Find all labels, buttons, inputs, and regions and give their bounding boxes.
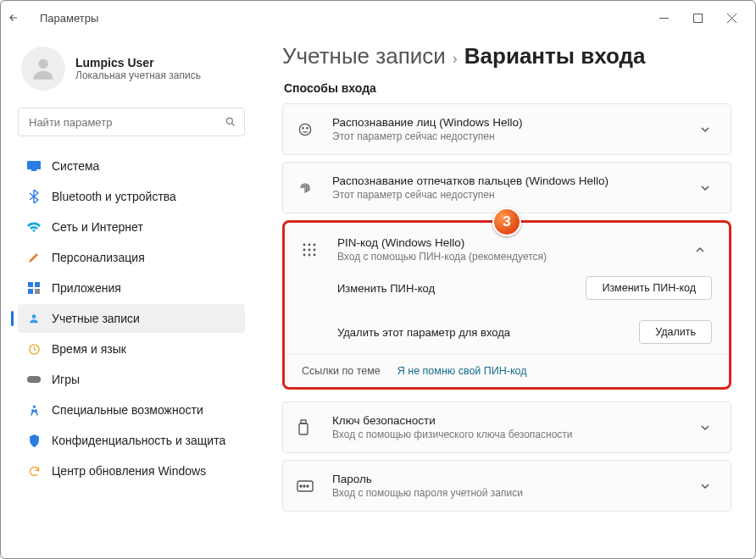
sidebar-item-accessibility[interactable]: Специальные возможности [18,396,245,424]
option-sub: Этот параметр сейчас недоступен [332,130,687,142]
svg-point-1 [38,59,47,69]
close-button[interactable] [714,4,748,31]
chevron-down-icon [700,481,717,491]
update-icon [26,463,42,479]
sidebar-item-gaming[interactable]: Игры [18,365,245,394]
svg-point-12 [32,405,35,407]
svg-rect-4 [31,169,36,171]
option-password[interactable]: Пароль Вход с помощью пароля учетной зап… [282,460,731,512]
sidebar-item-system[interactable]: Система [18,152,245,180]
svg-point-24 [314,253,316,256]
sidebar-item-label: Время и язык [52,342,126,356]
face-icon [297,121,319,138]
avatar [21,47,65,91]
password-icon [297,480,319,492]
pin-links-row: Ссылки по теме Я не помню свой ПИН-код [285,354,729,387]
sidebar-item-privacy[interactable]: Конфиденциальность и защита [18,426,245,455]
user-block[interactable]: Lumpics User Локальная учетная запись [18,42,245,108]
svg-point-17 [309,243,311,246]
svg-point-2 [226,118,232,124]
accessibility-icon [26,402,42,418]
system-icon [26,158,42,174]
svg-point-22 [303,253,306,256]
user-subtitle: Локальная учетная запись [75,69,201,81]
sidebar-item-network[interactable]: Сеть и Интернет [18,213,245,241]
svg-rect-0 [693,14,702,22]
fingerprint-icon [297,180,319,196]
section-heading: Способы входа [284,81,731,95]
sidebar-item-personalization[interactable]: Персонализация [18,243,245,272]
option-title: Ключ безопасности [332,414,687,427]
keypad-icon [302,242,324,257]
sidebar-item-label: Специальные возможности [52,403,203,417]
brush-icon [26,250,42,265]
apps-icon [26,280,42,296]
option-face[interactable]: Распознавание лиц (Windows Hello) Этот п… [282,103,731,155]
chevron-down-icon [700,125,717,135]
sidebar-item-label: Приложения [52,281,121,295]
option-sub: Вход с помощью ПИН-кода (рекомендуется) [337,251,681,263]
svg-point-23 [309,253,311,256]
sidebar-item-label: Сеть и Интернет [52,220,143,234]
bluetooth-icon [26,189,42,204]
sidebar-item-label: Игры [52,373,80,386]
minimize-button[interactable] [647,4,681,31]
breadcrumb-parent[interactable]: Учетные записи [282,43,446,69]
option-pin-highlight: 3 PIN-код (Windows Hello) Вход с помощью… [282,220,731,390]
sidebar-item-label: Учетные записи [52,312,140,325]
pin-remove-label: Удалить этот параметр для входа [337,326,625,339]
pin-remove-row: Удалить этот параметр для входа Удалить [285,310,729,354]
forgot-pin-link[interactable]: Я не помню свой ПИН-код [397,365,527,377]
sidebar-item-apps[interactable]: Приложения [18,274,245,302]
sidebar: Lumpics User Локальная учетная запись Си… [1,35,258,558]
option-title: Пароль [332,473,687,485]
back-button[interactable] [8,12,31,24]
svg-rect-3 [27,161,41,169]
chevron-right-icon: › [453,50,458,68]
pin-change-label: Изменить ПИН-код [337,282,572,295]
change-pin-button[interactable]: Изменить ПИН-код [586,276,712,300]
svg-point-15 [307,127,308,128]
search-wrap [18,108,245,136]
sidebar-item-label: Система [52,159,99,173]
wifi-icon [26,219,42,235]
svg-point-16 [303,243,306,246]
sidebar-item-label: Bluetooth и устройства [52,190,176,203]
gamepad-icon [26,372,42,387]
option-fingerprint[interactable]: Распознавание отпечатков пальцев (Window… [282,162,731,213]
option-title: Распознавание отпечатков пальцев (Window… [332,174,687,187]
chevron-down-icon [700,423,717,433]
shield-icon [26,433,42,448]
svg-point-19 [303,248,306,251]
sidebar-item-accounts[interactable]: Учетные записи [18,304,245,333]
breadcrumb: Учетные записи › Варианты входа [282,43,731,69]
sidebar-item-bluetooth[interactable]: Bluetooth и устройства [18,182,245,211]
nav-list: Система Bluetooth и устройства Сеть и Ин… [18,152,245,485]
svg-rect-26 [299,423,308,434]
chevron-up-icon [695,245,712,255]
maximize-button[interactable] [681,4,714,31]
titlebar: Параметры [1,1,755,35]
sidebar-item-label: Персонализация [52,251,145,264]
option-security-key[interactable]: Ключ безопасности Вход с помощью физичес… [282,401,731,453]
content: Учетные записи › Варианты входа Способы … [258,35,755,558]
svg-point-9 [32,314,36,318]
settings-window: Параметры Lumpics User Локальная учетная… [0,0,756,559]
sidebar-item-time[interactable]: Время и язык [18,335,245,363]
usb-key-icon [297,419,319,436]
search-icon [225,116,236,128]
svg-point-28 [300,485,302,487]
search-input[interactable] [18,108,245,136]
sidebar-item-update[interactable]: Центр обновления Windows [18,457,245,485]
option-sub: Этот параметр сейчас недоступен [332,189,687,201]
user-name: Lumpics User [75,56,201,69]
svg-rect-7 [28,289,33,294]
option-sub: Вход с помощью физического ключа безопас… [332,429,687,440]
page-title: Варианты входа [464,43,646,69]
svg-rect-6 [35,282,40,287]
window-title: Параметры [40,12,98,25]
svg-point-20 [309,248,311,251]
remove-pin-button[interactable]: Удалить [639,320,712,344]
person-icon [26,311,42,326]
sidebar-item-label: Центр обновления Windows [52,464,206,478]
